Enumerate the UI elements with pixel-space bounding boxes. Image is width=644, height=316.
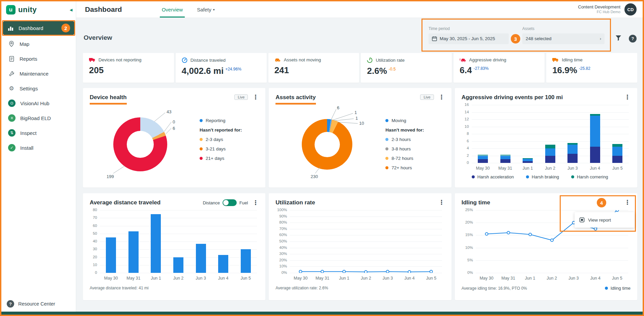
- assets-activity-card: Assets activity Live ⋮ 61110230 MovingHa…: [269, 88, 451, 188]
- sidebar-item-install[interactable]: ✓ Install: [4, 141, 73, 154]
- annotation-badge-3: 3: [511, 34, 520, 44]
- view-report-menu-item[interactable]: View report: [588, 218, 611, 223]
- kpi-assets-not-moving[interactable]: Assets not moving 241: [268, 53, 359, 83]
- devices-not-reporting-icon: [89, 57, 95, 62]
- kpi-delta: -27.83%: [473, 66, 489, 71]
- time-period-value: May 30, 2025 - Jun 5, 2025: [440, 36, 495, 41]
- sidebar-nav: Dashboard 2 Map Reports: [1, 18, 76, 155]
- kebab-menu-icon[interactable]: ⋮: [624, 94, 631, 100]
- chart-title: Aggressive driving events per 100 mi: [462, 94, 563, 101]
- section-heading: Overview: [84, 34, 112, 41]
- sidebar-item-bigroad-eld[interactable]: ≡ BigRoad ELD: [4, 111, 73, 125]
- topbar-tabs: Overview Safety▾: [162, 1, 215, 18]
- kpi-aggressive-driving[interactable]: Aggressive driving 6.4-27.83%: [453, 53, 545, 83]
- kpi-delta: +24.96%: [225, 67, 241, 71]
- chart-title: Device health: [90, 94, 127, 100]
- sidebar-item-label: Dashboard: [19, 25, 43, 31]
- install-icon: ✓: [8, 144, 16, 151]
- inspect-icon: ⇅: [8, 129, 16, 137]
- sidebar-item-label: Reports: [20, 56, 37, 62]
- utilization-rate-chart: 0%10%20%30%40%50%60%70%80%90%100%May 30M…: [275, 210, 444, 282]
- visionai-hub-icon: ⊙: [8, 99, 16, 107]
- device-health-legend: ReportingHasn't reported for:2-3 days3-2…: [200, 105, 242, 181]
- live-badge: Live: [420, 94, 434, 100]
- live-badge: Live: [234, 94, 248, 100]
- sidebar-collapse-icon[interactable]: ◀: [70, 8, 72, 12]
- topbar: Dashboard Overview Safety▾ Content Devel…: [76, 1, 643, 18]
- avg-distance-card: Average distance traveled Distance Fuel …: [83, 193, 265, 300]
- kebab-menu-icon[interactable]: ⋮: [439, 199, 445, 205]
- aggressive-driving-chart: 0246810121416May 30May 31Jun 1Jun 2Jun 3…: [462, 105, 631, 172]
- resource-center-link[interactable]: ? Resource Center: [1, 296, 76, 312]
- sidebar-item-maintenance[interactable]: Maintenance: [4, 67, 73, 80]
- aggressive-driving-legend: Harsh accelerationHarsh brakingHarsh cor…: [462, 174, 631, 179]
- document-icon: [8, 55, 15, 62]
- distance-fuel-toggle[interactable]: [223, 199, 237, 206]
- sidebar-item-label: Settings: [20, 86, 38, 91]
- brand-header: u unity ◀: [1, 1, 76, 18]
- sidebar-item-map[interactable]: Map: [4, 37, 73, 51]
- annotation-badge-4: 4: [597, 198, 606, 207]
- assets-not-moving-icon: [274, 58, 281, 62]
- kpi-distance-traveled[interactable]: Distance traveled 4,002.6 mi+24.96%: [176, 53, 267, 83]
- kebab-menu-icon[interactable]: ⋮: [253, 200, 259, 206]
- brand-name: unity: [18, 5, 37, 14]
- sidebar-item-visionai-hub[interactable]: ⊙ VisionAI Hub: [4, 96, 73, 110]
- idling-time-icon: [552, 57, 559, 62]
- tab-safety[interactable]: Safety▾: [197, 1, 215, 18]
- help-question-icon: ?: [7, 300, 14, 308]
- sidebar-item-reports[interactable]: Reports: [4, 52, 73, 65]
- main-content: Overview Time period May 30, 2025 - Jun …: [76, 18, 643, 312]
- page-title: Dashboard: [85, 5, 122, 13]
- context-menu: View report: [575, 212, 635, 228]
- chart-title: Assets activity: [275, 94, 316, 100]
- calendar-icon: [432, 36, 437, 41]
- toggle-right-label: Fuel: [239, 200, 248, 205]
- gear-icon: ⚙: [8, 85, 15, 92]
- dashboard-annotation-box: Dashboard 2: [2, 20, 75, 36]
- chart-footer: Average utilization rate: 2.6%: [275, 286, 328, 290]
- chart-title: Idling time: [462, 199, 490, 206]
- sidebar-item-label: Install: [20, 145, 33, 151]
- assets-field: Assets 248 selected ›: [522, 26, 605, 44]
- kpi-idling-time[interactable]: Idling time 16.9%-25.82: [546, 53, 637, 83]
- idling-legend: Idling time: [605, 286, 631, 291]
- chart-footer: Average distance traveled: 41 mi: [90, 286, 149, 290]
- tab-overview[interactable]: Overview: [162, 1, 183, 18]
- assets-value: 248 selected: [526, 36, 552, 41]
- kpi-delta: -25.82: [579, 66, 590, 71]
- kpi-devices-not-reporting[interactable]: Devices not reporting 205: [83, 53, 174, 83]
- time-period-field: Time period May 30, 2025 - Jun 5, 2025: [429, 26, 509, 44]
- avatar[interactable]: CD: [624, 3, 637, 16]
- sidebar-item-label: Inspect: [20, 130, 36, 136]
- sidebar-item-label: VisionAI Hub: [20, 100, 49, 106]
- help-icon[interactable]: ?: [629, 35, 637, 42]
- sidebar: u unity ◀ Dashboard 2: [1, 1, 76, 312]
- utilization-rate-icon: [367, 57, 373, 63]
- bottom-accent-bar: [1, 312, 643, 315]
- avg-distance-chart: 01020304050607080May 30May 31Jun 1Jun 2J…: [90, 210, 259, 282]
- assets-label: Assets: [522, 26, 605, 31]
- time-period-label: Time period: [429, 26, 509, 31]
- dashboard-icon: [7, 25, 14, 31]
- resource-center-label: Resource Center: [18, 301, 55, 307]
- sidebar-item-settings[interactable]: ⚙ Settings: [4, 82, 73, 95]
- account-area: Content Development FC Hub Demo CD: [578, 3, 637, 16]
- time-period-input[interactable]: May 30, 2025 - Jun 5, 2025: [429, 33, 509, 44]
- kpi-utilization-rate[interactable]: Utilization rate 2.6%-0.5: [361, 53, 452, 83]
- filters-annotation-box: Time period May 30, 2025 - Jun 5, 2025 3…: [421, 19, 611, 52]
- idling-time-card: Idling time ⋮ 0%5%10%15%20%25%May 30May …: [455, 193, 637, 300]
- chevron-down-icon: ▾: [213, 8, 215, 11]
- assets-activity-legend: MovingHasn't moved for:2-3 hours3-8 hour…: [385, 105, 424, 181]
- toggle-left-label: Distance: [203, 200, 220, 205]
- kebab-menu-icon[interactable]: ⋮: [439, 94, 445, 100]
- sidebar-item-dashboard[interactable]: Dashboard 2: [3, 21, 74, 35]
- filter-funnel-icon[interactable]: [615, 35, 622, 42]
- assets-input[interactable]: 248 selected ›: [522, 33, 605, 44]
- assets-activity-donut: 61110230: [275, 105, 381, 181]
- kebab-menu-icon[interactable]: ⋮: [253, 94, 259, 100]
- sidebar-item-inspect[interactable]: ⇅ Inspect: [4, 126, 73, 140]
- device-health-donut: 4306199: [90, 105, 195, 181]
- bigroad-eld-icon: ≡: [8, 114, 16, 122]
- aggressive-driving-icon: [460, 58, 466, 62]
